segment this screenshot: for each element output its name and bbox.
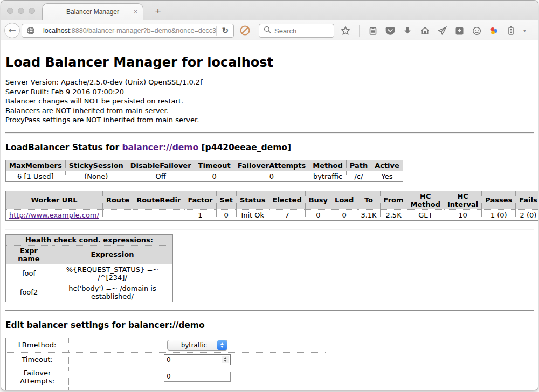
col-passes: Passes: [482, 191, 516, 209]
failover-attempts-row: Failover Attempts: 0: [6, 367, 326, 387]
extension-dots-icon[interactable]: [489, 26, 499, 36]
col-expression: Expression: [52, 245, 173, 264]
page-content: Load Balancer Manager for localhost Serv…: [1, 40, 538, 390]
col-route: Route: [102, 191, 133, 209]
col-method: Method: [309, 160, 346, 171]
worker-url-link[interactable]: http://www.example.com/: [9, 211, 99, 219]
server-built-line: Server Built: Feb 9 2016 07:00:20: [5, 87, 534, 97]
table-header-row: Worker URL Route RouteRedir Factor Set S…: [6, 191, 538, 209]
url-path: :8880/balancer-manager?b=demo&nonce=decc…: [70, 27, 216, 34]
col-busy: Busy: [305, 191, 331, 209]
edit-balancer-form: LBmethod: bytraffic Timeout: 0: [5, 338, 326, 390]
disable-failover-label: Disable Failover:: [6, 387, 69, 390]
col-stickysession: StickySession: [65, 160, 127, 171]
window-controls[interactable]: [7, 8, 35, 14]
bookmark-star-icon[interactable]: [341, 26, 350, 36]
cell-busy: 0: [305, 209, 331, 220]
col-elected: Elected: [269, 191, 305, 209]
close-window-icon[interactable]: [7, 8, 13, 14]
select-stepper-icon: [217, 340, 227, 350]
timeout-input[interactable]: 0: [164, 354, 231, 365]
download-icon[interactable]: [403, 26, 412, 36]
tab-close-icon[interactable]: ×: [134, 8, 137, 16]
search-bar[interactable]: Search: [259, 24, 334, 38]
tab-title: Balancer Manager: [66, 8, 119, 16]
back-button[interactable]: ←: [4, 23, 20, 38]
col-status: Status: [236, 191, 269, 209]
status-heading-prefix: LoadBalancer Status for: [5, 143, 122, 152]
col-factor: Factor: [184, 191, 216, 209]
send-icon[interactable]: [437, 26, 447, 36]
col-maxmembers: MaxMembers: [6, 160, 66, 171]
url-text[interactable]: localhost:8880/balancer-manager?b=demo&n…: [39, 27, 216, 34]
battery-icon[interactable]: [506, 26, 516, 36]
cell-status: Init Ok: [236, 209, 269, 220]
health-check-table: Health check cond. expressions: Expr nam…: [5, 234, 173, 302]
lbmethod-row: LBmethod: bytraffic: [6, 338, 326, 352]
server-info: Server Version: Apache/2.5.0-dev (Unix) …: [5, 78, 534, 125]
health-header-row: Expr name Expression: [6, 245, 173, 264]
block-icon[interactable]: [240, 25, 250, 38]
divider: [5, 310, 534, 311]
url-bar[interactable]: localhost:8880/balancer-manager?b=demo&n…: [22, 24, 234, 38]
zoom-window-icon[interactable]: [29, 8, 35, 14]
col-to: To: [357, 191, 380, 209]
page-title: Load Balancer Manager for localhost: [5, 55, 534, 70]
overflow-caret-icon[interactable]: ▾: [523, 28, 526, 33]
failover-attempts-input[interactable]: 0: [164, 372, 231, 382]
timeout-row: Timeout: 0: [6, 352, 326, 367]
cell-disablefailover: Off: [127, 171, 195, 181]
col-disablefailover: DisableFailover: [127, 160, 195, 171]
cell-routeredir: [133, 209, 184, 220]
feedback-smiley-icon[interactable]: [472, 26, 481, 36]
cell-factor: 1: [184, 209, 216, 220]
cell-hc-interval: 10: [444, 209, 481, 220]
pocket-icon[interactable]: [385, 26, 395, 36]
globe-icon[interactable]: [22, 26, 39, 35]
col-hc-method: HC Method: [407, 191, 444, 209]
cell-expression: hc('body') =~ /domain is established/: [52, 283, 173, 302]
disable-failover-row: Disable Failover: On Off: [6, 387, 326, 390]
box-download-icon[interactable]: [454, 26, 464, 36]
cell-maxmembers: 6 [1 Used]: [6, 171, 66, 181]
worker-status-table: Worker URL Route RouteRedir Factor Set S…: [5, 191, 538, 221]
clipboard-icon[interactable]: [368, 26, 378, 36]
url-host: localhost: [43, 27, 70, 34]
cell-set: 0: [216, 209, 236, 220]
col-path: Path: [346, 160, 371, 171]
cell-active: Yes: [371, 171, 403, 181]
cell-failoverattempts: 0: [234, 171, 309, 181]
col-failoverattempts: FailoverAttempts: [234, 160, 309, 171]
lbmethod-label: LBmethod:: [6, 338, 69, 352]
new-tab-button[interactable]: +: [151, 5, 165, 18]
home-icon[interactable]: [420, 26, 430, 36]
cell-expr-name: foof2: [6, 283, 52, 302]
col-expr-name: Expr name: [6, 245, 52, 264]
cell-stickysession: (None): [65, 171, 127, 181]
lbmethod-selected-value: bytraffic: [174, 341, 217, 349]
health-table-title: Health check cond. expressions:: [6, 234, 173, 245]
cell-path: /c/: [346, 171, 371, 181]
cell-route: [102, 209, 133, 220]
proxypass-note-line: ProxyPass settings are NOT inherited fro…: [5, 115, 534, 125]
col-worker-url: Worker URL: [6, 191, 103, 209]
tab-bar: Balancer Manager × +: [1, 1, 538, 20]
status-heading-suffix: [p4420eeae_demo]: [198, 143, 291, 152]
tab-balancer-manager[interactable]: Balancer Manager ×: [42, 3, 143, 20]
reload-icon[interactable]: ↻: [216, 26, 233, 36]
persist-note-line: Balancer changes will NOT be persisted o…: [5, 96, 534, 106]
lbmethod-select[interactable]: bytraffic: [167, 340, 227, 351]
balancer-demo-link[interactable]: balancer://demo: [122, 143, 198, 152]
divider: [5, 229, 534, 230]
cell-to: 3.1K: [357, 209, 380, 220]
loadbalancer-status-heading: LoadBalancer Status for balancer://demo …: [5, 143, 534, 152]
minimize-window-icon[interactable]: [18, 8, 24, 14]
col-from: From: [380, 191, 407, 209]
col-routeredir: RouteRedir: [133, 191, 184, 209]
cell-passes: 1 (0): [482, 209, 516, 220]
browser-window: Balancer Manager × + ← localhost:8880/ba…: [1, 1, 538, 390]
col-active: Active: [371, 160, 403, 171]
number-spinner-icon[interactable]: [222, 356, 229, 363]
navigation-toolbar: ← localhost:8880/balancer-manager?b=demo…: [1, 20, 538, 40]
divider: [5, 132, 534, 134]
